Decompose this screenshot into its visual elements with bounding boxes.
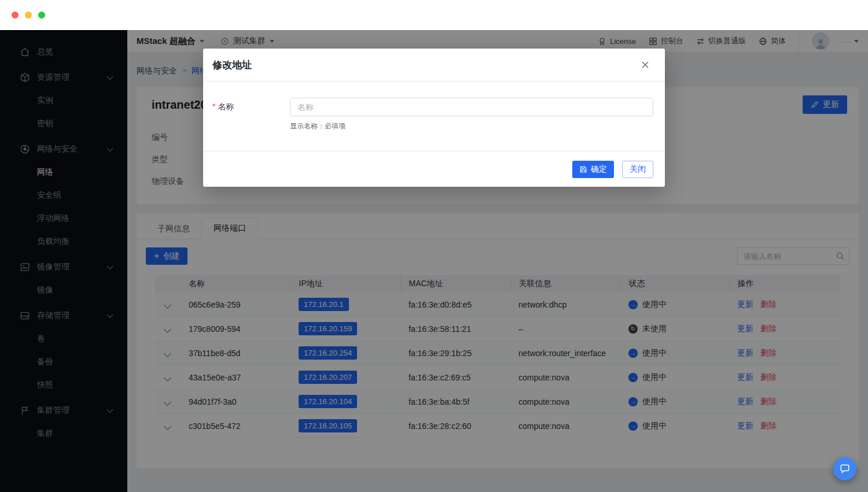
close-button[interactable]: 关闭 [622,161,653,178]
confirm-label: 确定 [591,164,607,175]
name-field: 显示名称：必填项 [290,98,653,131]
modal-footer: 确定 关闭 [203,151,665,187]
modal-body: *名称 显示名称：必填项 [203,82,665,131]
window-titlebar [0,0,868,30]
modal-header: 修改地址 [203,49,665,82]
screen: 总览 资源管理 实例 密钥 网络与安全 [0,0,868,492]
window-controls [12,12,45,19]
minimize-window-button[interactable] [25,12,32,19]
save-icon [579,165,587,173]
chat-fab-button[interactable] [833,457,856,480]
modal-close-button[interactable] [638,58,652,72]
zoom-window-button[interactable] [38,12,45,19]
chat-bubble-icon [839,463,851,475]
name-label-text: 名称 [218,102,234,111]
modal-title: 修改地址 [212,58,252,72]
confirm-button[interactable]: 确定 [572,161,614,178]
name-helper-text: 显示名称：必填项 [290,121,653,131]
edit-address-modal: 修改地址 *名称 显示名称：必填项 确定 关闭 [203,49,665,187]
name-input[interactable] [290,98,653,116]
name-field-label: *名称 [212,98,290,131]
close-icon [641,60,650,69]
close-window-button[interactable] [12,12,19,19]
required-asterisk: * [212,102,215,111]
